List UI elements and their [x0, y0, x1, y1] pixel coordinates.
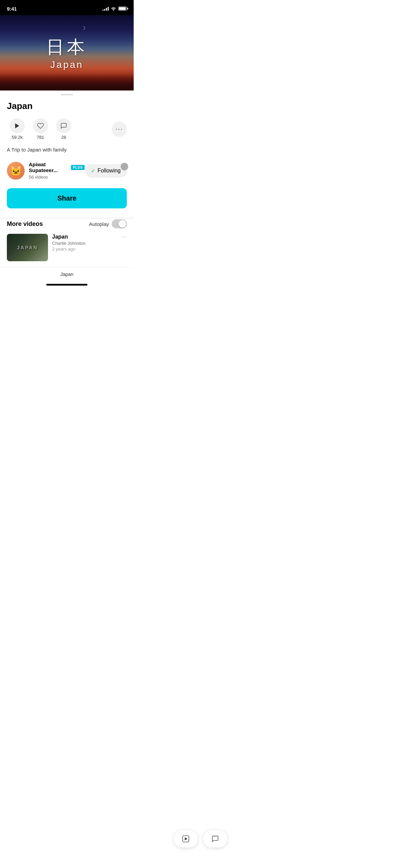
creator-row: 🐱 Apiwat Supateeer... PLUS 56 videos ✓ F…: [7, 161, 127, 180]
comment-icon: [60, 122, 67, 129]
more-videos-title: More videos: [7, 220, 43, 228]
status-bar: 9:41: [0, 0, 134, 15]
moon-decoration: ☽: [81, 25, 86, 31]
battery-icon: [118, 7, 127, 11]
video-meta: 2 years ago: [52, 246, 117, 252]
following-button[interactable]: ✓ Following: [85, 164, 127, 178]
bottom-label-bar: Japan: [0, 267, 134, 281]
like-button[interactable]: [33, 118, 48, 133]
creator-video-count: 56 videos: [29, 174, 48, 180]
status-time: 9:41: [7, 6, 17, 12]
autoplay-label: Autoplay: [89, 221, 109, 227]
autoplay-row: Autoplay: [89, 219, 127, 228]
stats-row: 59.2k 781 26 ···: [7, 118, 127, 140]
drag-handle[interactable]: [61, 94, 73, 95]
video-title: Japan: [7, 101, 127, 111]
hero-text: 日本 Japan: [46, 35, 87, 70]
following-label: Following: [97, 168, 121, 174]
creator-name-row: Apiwat Supateeer... PLUS: [29, 161, 85, 173]
creator-avatar[interactable]: 🐱: [7, 162, 25, 180]
hero-image: ☽ 日本 Japan: [0, 15, 134, 91]
play-button[interactable]: [10, 118, 25, 133]
more-videos-header: More videos Autoplay: [0, 219, 134, 228]
creator-name: Apiwat Supateeer...: [29, 161, 69, 173]
avatar-emoji: 🐱: [10, 165, 22, 177]
section-divider: [0, 217, 134, 219]
bottom-label-text: Japan: [60, 272, 73, 277]
more-options-button[interactable]: ···: [112, 122, 127, 137]
more-dots: ···: [116, 125, 123, 133]
video-more-button[interactable]: ···: [121, 234, 127, 240]
heart-icon: [37, 122, 44, 129]
share-button[interactable]: Share: [7, 188, 127, 208]
video-list-item[interactable]: JAPAN Japan Charlie Johnston 2 years ago…: [0, 234, 134, 267]
video-thumbnail: JAPAN: [7, 234, 48, 261]
comments-stat: 26: [53, 118, 74, 140]
comment-button[interactable]: [56, 118, 71, 133]
play-icon: [14, 122, 21, 129]
thumbnail-text: JAPAN: [17, 245, 38, 250]
creator-info: Apiwat Supateeer... PLUS 56 videos: [29, 161, 85, 180]
plays-stat: 59.2k: [7, 118, 27, 140]
autoplay-toggle[interactable]: [112, 219, 127, 228]
hero-kanji: 日本: [46, 35, 87, 59]
plays-count: 59.2k: [12, 135, 23, 140]
video-description: A Trip to Japan with family: [7, 146, 127, 153]
horizon-overlay: [0, 73, 134, 91]
comments-count: 26: [61, 135, 66, 140]
home-indicator-bar: [0, 281, 134, 291]
video-author: Charlie Johnston: [52, 241, 117, 246]
plus-badge: PLUS: [71, 165, 85, 170]
video-info: Japan Charlie Johnston 2 years ago: [52, 234, 117, 252]
wifi-icon: [111, 7, 116, 11]
home-indicator: [46, 284, 87, 286]
status-icons: [102, 7, 127, 11]
following-avatar-small: [121, 163, 128, 170]
likes-count: 781: [37, 135, 44, 140]
video-name: Japan: [52, 234, 117, 240]
check-icon: ✓: [91, 168, 95, 174]
likes-stat: 781: [30, 118, 51, 140]
toggle-knob: [119, 220, 126, 228]
svg-marker-0: [15, 123, 19, 129]
hero-japan-text: Japan: [46, 59, 87, 70]
signal-icon: [102, 7, 109, 11]
main-content: Japan 59.2k 781 26: [0, 101, 134, 217]
video-age: 2 years ago: [52, 246, 75, 252]
